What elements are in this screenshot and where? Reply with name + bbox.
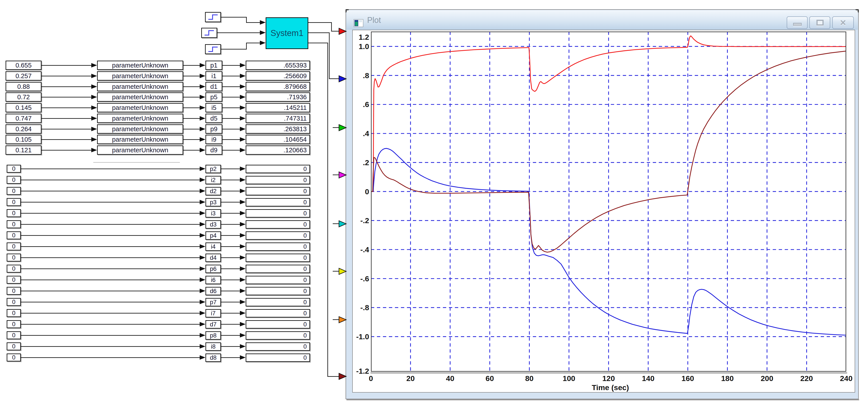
display-block[interactable]: 0 bbox=[246, 254, 310, 262]
display-block[interactable]: 0 bbox=[246, 320, 310, 329]
constant-block[interactable]: 0 bbox=[7, 254, 21, 261]
minimize-button[interactable] bbox=[787, 17, 808, 29]
constant-block[interactable]: 0 bbox=[7, 231, 21, 239]
display-block[interactable]: 0 bbox=[246, 287, 310, 295]
window-titlebar[interactable]: Plot ✕ bbox=[346, 10, 858, 30]
display-block[interactable]: 0 bbox=[246, 342, 310, 351]
display-block[interactable]: 0 bbox=[246, 198, 310, 207]
display-block[interactable]: 0 bbox=[246, 220, 310, 229]
parameter-unknown-block[interactable]: parameterUnknown bbox=[97, 82, 183, 91]
plot-window[interactable]: Plot ✕ 1.21.0.8.6.4.20-.2-.4-.6-.8-1.0-1… bbox=[346, 9, 859, 399]
step-source-block[interactable] bbox=[205, 12, 221, 22]
variable-block[interactable]: p3 bbox=[206, 198, 221, 207]
variable-block[interactable]: d6 bbox=[206, 287, 221, 295]
variable-block[interactable]: i7 bbox=[206, 309, 221, 317]
display-block[interactable]: 0 bbox=[246, 231, 310, 240]
display-block[interactable]: .747311 bbox=[246, 114, 310, 123]
variable-block[interactable]: p8 bbox=[206, 331, 221, 340]
variable-block[interactable]: i1 bbox=[206, 71, 222, 81]
wire bbox=[41, 97, 92, 97]
variable-block[interactable]: i4 bbox=[206, 243, 221, 251]
constant-block[interactable]: 0 bbox=[7, 320, 21, 328]
variable-block[interactable]: d4 bbox=[206, 254, 221, 262]
variable-block[interactable]: i2 bbox=[206, 176, 221, 184]
constant-block[interactable]: 0.264 bbox=[5, 124, 41, 134]
constant-block[interactable]: 0 bbox=[7, 165, 21, 173]
constant-block[interactable]: 0 bbox=[7, 176, 21, 184]
constant-block[interactable]: 0.88 bbox=[5, 82, 41, 91]
constant-block[interactable]: 0 bbox=[7, 187, 21, 195]
display-block[interactable]: 0 bbox=[246, 331, 310, 340]
constant-block[interactable]: 0 bbox=[7, 309, 21, 317]
variable-block[interactable]: p5 bbox=[206, 92, 222, 102]
display-block[interactable]: .879668 bbox=[246, 82, 310, 91]
variable-block[interactable]: p7 bbox=[206, 298, 221, 306]
variable-block[interactable]: d5 bbox=[206, 114, 222, 123]
variable-block[interactable]: d9 bbox=[206, 146, 222, 155]
system1-block[interactable]: System1 bbox=[266, 17, 308, 49]
parameter-unknown-block[interactable]: parameterUnknown bbox=[97, 71, 183, 81]
constant-block[interactable]: 0.655 bbox=[5, 61, 41, 70]
constant-block[interactable]: 0 bbox=[7, 331, 21, 339]
constant-block[interactable]: 0 bbox=[7, 353, 21, 362]
variable-block[interactable]: p4 bbox=[206, 231, 221, 240]
constant-block[interactable]: 0 bbox=[7, 243, 21, 250]
constant-block[interactable]: 0.257 bbox=[5, 71, 41, 81]
variable-block[interactable]: p6 bbox=[206, 265, 221, 273]
display-block[interactable]: .263813 bbox=[246, 124, 310, 134]
variable-block[interactable]: i6 bbox=[206, 276, 221, 284]
constant-block[interactable]: 0.72 bbox=[5, 92, 41, 102]
display-block[interactable]: 0 bbox=[246, 276, 310, 284]
display-block[interactable]: 0 bbox=[246, 187, 310, 195]
variable-block[interactable]: d7 bbox=[206, 320, 221, 329]
display-block[interactable]: 0 bbox=[246, 243, 310, 251]
display-block[interactable]: .120663 bbox=[246, 146, 310, 155]
constant-block[interactable]: 0 bbox=[7, 342, 21, 350]
display-block[interactable]: .104654 bbox=[246, 135, 310, 144]
constant-block[interactable]: 0 bbox=[7, 287, 21, 295]
display-block[interactable]: .145211 bbox=[246, 103, 310, 112]
variable-block[interactable]: p1 bbox=[206, 61, 222, 70]
maximize-button[interactable] bbox=[809, 17, 830, 29]
constant-block[interactable]: 0.145 bbox=[5, 103, 41, 112]
display-block[interactable]: .71936 bbox=[246, 92, 310, 102]
constant-block[interactable]: 0.121 bbox=[5, 146, 41, 155]
display-block[interactable]: 0 bbox=[246, 353, 310, 362]
constant-block[interactable]: 0.105 bbox=[5, 135, 41, 144]
display-block[interactable]: .655393 bbox=[246, 61, 310, 70]
constant-block[interactable]: 0 bbox=[7, 276, 21, 284]
variable-block[interactable]: i5 bbox=[206, 103, 222, 112]
display-block[interactable]: 0 bbox=[246, 176, 310, 184]
constant-block[interactable]: 0 bbox=[7, 298, 21, 306]
step-source-block[interactable] bbox=[205, 44, 221, 54]
constant-block[interactable]: 0.747 bbox=[5, 114, 41, 123]
display-block[interactable]: 0 bbox=[246, 209, 310, 218]
variable-block[interactable]: d2 bbox=[206, 187, 221, 195]
variable-block[interactable]: i9 bbox=[206, 135, 222, 144]
variable-block[interactable]: d1 bbox=[206, 82, 222, 91]
variable-block[interactable]: i8 bbox=[206, 342, 221, 351]
constant-block[interactable]: 0 bbox=[7, 209, 21, 217]
display-block[interactable]: 0 bbox=[246, 309, 310, 317]
display-block[interactable]: 0 bbox=[246, 298, 310, 306]
variable-block[interactable]: p9 bbox=[206, 124, 222, 134]
parameter-unknown-block[interactable]: parameterUnknown bbox=[97, 103, 183, 112]
parameter-unknown-block[interactable]: parameterUnknown bbox=[97, 61, 183, 70]
step-source-block[interactable] bbox=[201, 28, 217, 38]
close-button[interactable]: ✕ bbox=[832, 17, 854, 29]
parameter-unknown-block[interactable]: parameterUnknown bbox=[97, 135, 183, 144]
parameter-unknown-block[interactable]: parameterUnknown bbox=[97, 114, 183, 123]
constant-block[interactable]: 0 bbox=[7, 265, 21, 273]
parameter-unknown-block[interactable]: parameterUnknown bbox=[97, 92, 183, 102]
display-block[interactable]: 0 bbox=[246, 265, 310, 273]
display-block[interactable]: .256609 bbox=[246, 71, 310, 81]
parameter-unknown-block[interactable]: parameterUnknown bbox=[97, 124, 183, 134]
constant-block[interactable]: 0 bbox=[7, 198, 21, 206]
display-block[interactable]: 0 bbox=[246, 165, 310, 173]
variable-block[interactable]: p2 bbox=[206, 165, 221, 173]
parameter-unknown-block[interactable]: parameterUnknown bbox=[97, 146, 183, 155]
constant-block[interactable]: 0 bbox=[7, 220, 21, 228]
variable-block[interactable]: i3 bbox=[206, 209, 221, 218]
variable-block[interactable]: d3 bbox=[206, 220, 221, 229]
variable-block[interactable]: d8 bbox=[206, 353, 221, 362]
